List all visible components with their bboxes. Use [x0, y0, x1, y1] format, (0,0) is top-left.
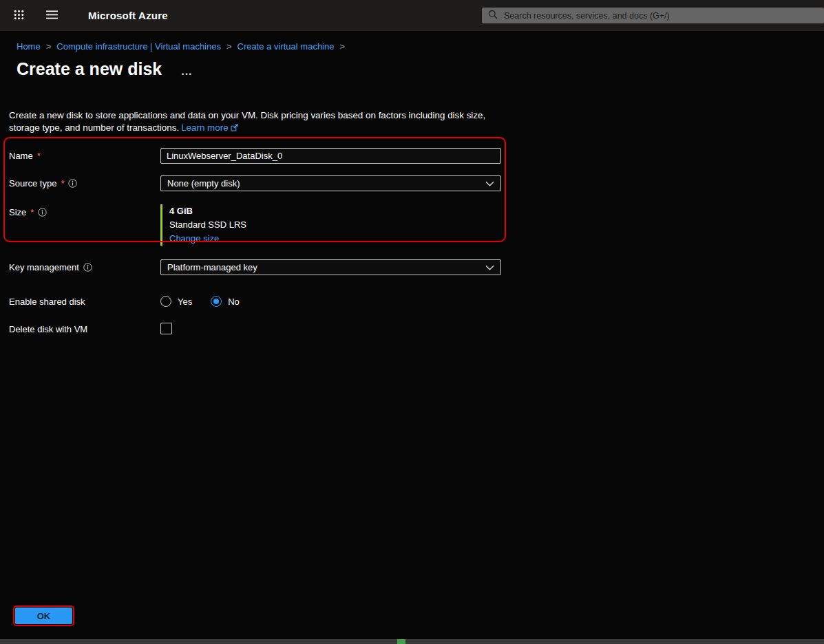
info-icon[interactable]	[38, 208, 47, 217]
size-row: Size * 4 GiB Standard SSD LRS Change siz…	[9, 204, 824, 246]
waffle-icon	[14, 10, 24, 22]
size-label: Size *	[9, 204, 160, 246]
topbar: Microsoft Azure	[0, 0, 824, 31]
search-icon	[488, 10, 498, 22]
page-title: Create a new disk	[17, 58, 162, 79]
size-summary: 4 GiB Standard SSD LRS Change size	[160, 204, 246, 246]
app-launcher-button[interactable]	[4, 0, 33, 31]
delete-disk-checkbox[interactable]	[160, 323, 172, 334]
overflow-menu-button[interactable]: ...	[181, 64, 192, 79]
change-size-link[interactable]: Change size	[169, 232, 246, 246]
learn-more-link[interactable]: Learn more	[181, 122, 228, 133]
breadcrumb-separator: >	[226, 41, 232, 52]
source-type-dropdown[interactable]: None (empty disk)	[160, 175, 501, 191]
breadcrumb-separator: >	[339, 41, 345, 52]
search-input[interactable]	[503, 8, 824, 23]
size-sku: Standard SSD LRS	[169, 218, 246, 232]
breadcrumb: Home > Compute infrastructure | Virtual …	[17, 41, 824, 52]
source-type-value: None (empty disk)	[167, 178, 240, 189]
name-row: Name *	[9, 148, 824, 164]
page-title-row: Create a new disk ...	[17, 58, 824, 79]
key-management-label: Key management	[9, 259, 160, 275]
delete-disk-label: Delete disk with VM	[9, 321, 160, 334]
description-text: Create a new disk to store applications …	[9, 110, 485, 133]
key-management-row: Key management Platform-managed key	[9, 259, 824, 275]
size-value: 4 GiB	[169, 204, 246, 218]
taskbar-strip	[0, 639, 824, 644]
source-type-label: Source type *	[9, 175, 160, 191]
key-management-dropdown[interactable]: Platform-managed key	[160, 259, 501, 275]
taskbar-accent	[397, 639, 405, 644]
info-icon[interactable]	[83, 263, 92, 272]
required-marker: *	[30, 207, 34, 217]
radio-yes[interactable]	[160, 296, 171, 307]
delete-disk-row: Delete disk with VM	[9, 321, 824, 334]
info-icon[interactable]	[68, 179, 77, 188]
required-marker: *	[61, 178, 64, 189]
disk-name-input[interactable]	[160, 148, 501, 164]
create-disk-form: Name * Source type * None (empty disk)	[9, 148, 824, 334]
radio-no[interactable]	[211, 296, 222, 307]
enable-shared-disk-label: Enable shared disk	[9, 294, 160, 307]
radio-no-label[interactable]: No	[228, 297, 240, 307]
chevron-down-icon	[485, 178, 494, 189]
chevron-down-icon	[485, 262, 494, 272]
required-marker: *	[37, 151, 41, 161]
app-title: Microsoft Azure	[88, 10, 168, 21]
source-type-row: Source type * None (empty disk)	[9, 175, 824, 191]
key-management-value: Platform-managed key	[167, 262, 257, 272]
name-label: Name *	[9, 148, 160, 164]
hamburger-icon	[46, 10, 58, 21]
breadcrumb-home[interactable]: Home	[17, 41, 41, 52]
enable-shared-disk-row: Enable shared disk Yes No	[9, 294, 824, 307]
breadcrumb-create-vm[interactable]: Create a virtual machine	[237, 41, 335, 52]
global-search	[482, 8, 824, 23]
external-link-icon	[231, 123, 238, 133]
ok-button[interactable]: OK	[15, 608, 72, 624]
breadcrumb-separator: >	[46, 41, 52, 52]
enable-shared-disk-options: Yes No	[160, 294, 258, 307]
hamburger-menu-button[interactable]	[37, 0, 66, 31]
breadcrumb-virtual-machines[interactable]: Compute infrastructure | Virtual machine…	[56, 41, 221, 52]
radio-yes-label[interactable]: Yes	[178, 297, 192, 307]
page-description: Create a new disk to store applications …	[9, 109, 507, 134]
